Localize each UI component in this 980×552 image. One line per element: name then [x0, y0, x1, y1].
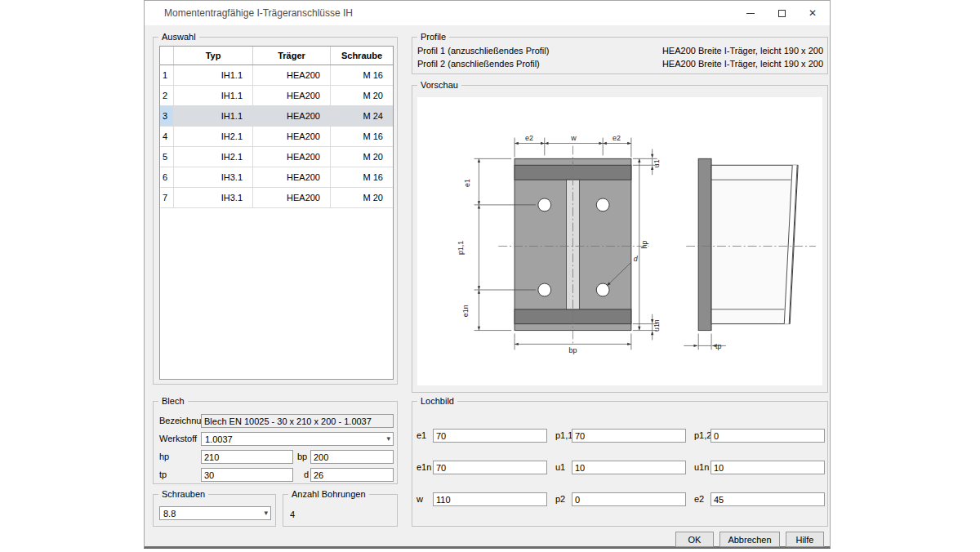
- cell-schraube: M 20: [331, 188, 393, 207]
- profil2-label: Profil 2 (anschließendes Profil): [417, 57, 540, 70]
- auswahl-group: Auswahl Typ Träger Schraube 1IH1.1HEA200…: [153, 37, 398, 385]
- lochbild-label-u1n: u1n: [694, 461, 709, 474]
- bolt-hole: [538, 283, 551, 296]
- cell-traeger: HEA200: [253, 86, 331, 105]
- minimize-icon: [746, 13, 755, 14]
- lochbild-label-e1n: e1n: [416, 461, 431, 474]
- ok-button[interactable]: OK: [675, 532, 714, 547]
- d-field[interactable]: [310, 468, 394, 482]
- table-header: Typ Träger Schraube: [160, 47, 393, 65]
- minimize-button[interactable]: [735, 1, 766, 25]
- cell-traeger: HEA200: [253, 65, 331, 85]
- lochbild-field-u1n[interactable]: [710, 461, 825, 474]
- profile-row-2: Profil 2 (anschließendes Profil) HEA200 …: [417, 57, 823, 70]
- lochbild-field-u1[interactable]: [572, 461, 686, 474]
- bp-field[interactable]: [310, 450, 394, 464]
- lochbild-field-w[interactable]: [433, 492, 547, 506]
- dialog-window: Momententragfähige I-Trägeranschlüsse IH…: [144, 0, 831, 549]
- lochbild-field-e2[interactable]: [710, 492, 825, 506]
- table-row[interactable]: 4IH2.1HEA200M 16: [160, 127, 393, 147]
- bp-label: bp: [297, 450, 307, 464]
- cell-schraube: M 16: [331, 65, 393, 85]
- lochbild-field-p11[interactable]: [572, 429, 686, 443]
- vorschau-group-label: Vorschau: [417, 80, 461, 91]
- lochbild-field-p2[interactable]: [572, 492, 686, 506]
- lochbild-field-e1[interactable]: [433, 429, 547, 443]
- dim-label-tp: tp: [715, 342, 721, 350]
- side-view: [698, 158, 798, 330]
- dim-label-e2-left: e2: [525, 134, 533, 142]
- cell-typ: IH2.1: [174, 147, 253, 167]
- preview-drawing: e2 w e2 e1 p1,1 e1n hp u1 u1n bp d tp: [417, 97, 822, 385]
- bezeichnung-field[interactable]: [201, 414, 394, 428]
- dim-label-w: w: [570, 134, 577, 142]
- table-row[interactable]: 7IH3.1HEA200M 20: [160, 188, 393, 208]
- cancel-button[interactable]: Abbrechen: [719, 532, 780, 547]
- blech-group: Blech Bezeichnung Werkstoff 1.0037 ▾ hp …: [153, 401, 398, 484]
- anzahl-bohrungen-group-label: Anzahl Bohrungen: [288, 489, 369, 500]
- profile-row-1: Profil 1 (anzuschließendes Profil) HEA20…: [417, 44, 823, 57]
- schrauben-group: Schrauben 8.8 ▾: [153, 494, 276, 527]
- col-header-traeger: Träger: [253, 47, 331, 65]
- cell-traeger: HEA200: [253, 127, 331, 146]
- vorschau-group: Vorschau: [412, 85, 828, 393]
- row-number: 1: [160, 65, 174, 85]
- cell-schraube: M 24: [331, 106, 393, 126]
- cell-traeger: HEA200: [253, 167, 331, 187]
- cell-typ: IH1.1: [174, 86, 253, 105]
- endplate-side: [698, 158, 711, 330]
- chevron-down-icon: ▾: [386, 434, 390, 443]
- anzahl-bohrungen-value: 4: [290, 508, 295, 522]
- tp-label: tp: [159, 468, 167, 482]
- schrauben-group-label: Schrauben: [158, 489, 208, 500]
- help-button[interactable]: Hilfe: [786, 532, 824, 547]
- close-button[interactable]: ✕: [797, 1, 828, 25]
- table-row[interactable]: 5IH2.1HEA200M 20: [160, 147, 393, 167]
- titlebar[interactable]: Momententragfähige I-Trägeranschlüsse IH…: [145, 1, 830, 25]
- cell-traeger: HEA200: [253, 147, 331, 167]
- dim-label-hp: hp: [640, 240, 648, 248]
- row-number: 5: [160, 147, 174, 167]
- cell-typ: IH1.1: [174, 106, 253, 126]
- cell-schraube: M 16: [331, 167, 393, 187]
- lochbild-field-e1n[interactable]: [433, 461, 547, 474]
- lochbild-label-e2: e2: [694, 492, 704, 506]
- hp-label: hp: [159, 450, 169, 464]
- dim-label-d: d: [634, 255, 639, 263]
- table-row[interactable]: 6IH3.1HEA200M 16: [160, 167, 393, 188]
- table-row[interactable]: 1IH1.1HEA200M 16: [160, 65, 393, 86]
- table-row[interactable]: 3IH1.1HEA200M 24: [160, 106, 393, 127]
- selection-table[interactable]: Typ Träger Schraube 1IH1.1HEA200M 162IH1…: [159, 46, 394, 380]
- bolt-hole: [538, 198, 551, 211]
- lochbild-label-p2: p2: [555, 492, 565, 506]
- blech-group-label: Blech: [158, 396, 188, 407]
- maximize-icon: [778, 10, 786, 17]
- lochbild-field-p12[interactable]: [710, 429, 825, 443]
- werkstoff-combo[interactable]: 1.0037 ▾: [201, 432, 394, 446]
- cell-typ: IH3.1: [174, 188, 253, 207]
- cell-traeger: HEA200: [253, 188, 331, 207]
- schrauben-combo[interactable]: 8.8 ▾: [159, 506, 271, 520]
- table-row[interactable]: 2IH1.1HEA200M 20: [160, 86, 393, 106]
- row-number: 7: [160, 188, 174, 207]
- dim-label-u1: u1: [653, 159, 661, 167]
- col-header-num: [160, 47, 174, 65]
- page: Momententragfähige I-Trägeranschlüsse IH…: [0, 0, 980, 552]
- row-number: 2: [160, 86, 174, 105]
- cell-schraube: M 20: [331, 86, 393, 105]
- dim-label-e1: e1: [463, 179, 471, 187]
- tp-field[interactable]: [201, 468, 293, 482]
- anzahl-bohrungen-group: Anzahl Bohrungen 4: [283, 494, 398, 527]
- cell-schraube: M 20: [331, 147, 393, 167]
- cell-typ: IH1.1: [174, 65, 253, 85]
- cell-typ: IH2.1: [174, 127, 253, 146]
- hp-field[interactable]: [201, 450, 293, 464]
- maximize-button[interactable]: [766, 1, 797, 25]
- dim-label-p11: p1,1: [457, 241, 465, 255]
- lochbild-label-w: w: [416, 492, 423, 506]
- lochbild-label-u1: u1: [555, 461, 565, 474]
- lochbild-label-e1: e1: [416, 429, 426, 443]
- col-header-typ: Typ: [174, 47, 253, 65]
- cell-schraube: M 16: [331, 127, 393, 146]
- col-header-schraube: Schraube: [331, 47, 393, 65]
